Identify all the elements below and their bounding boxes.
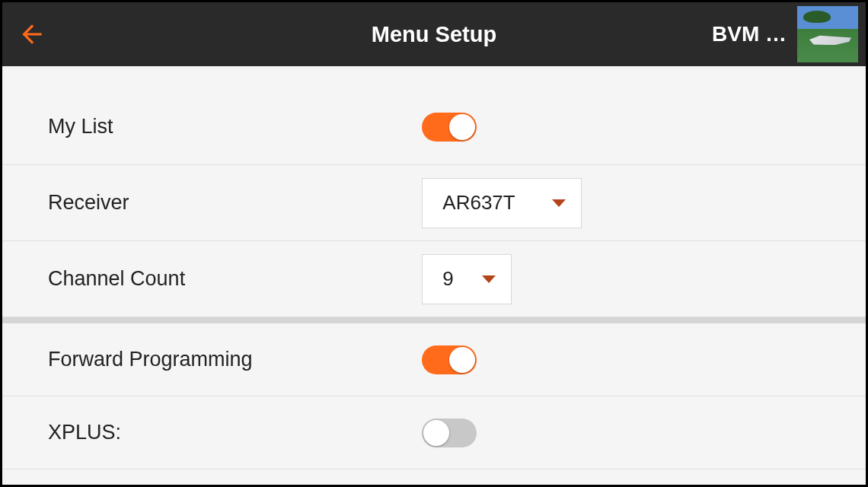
control-forward-programming: [395, 345, 820, 374]
back-arrow-icon: [18, 20, 46, 49]
toggle-knob-icon: [423, 420, 449, 446]
header-bar: Menu Setup BVM …: [2, 2, 866, 66]
control-receiver: AR637T: [395, 178, 820, 228]
chevron-down-icon: [482, 275, 496, 283]
page-title: Menu Setup: [372, 22, 496, 47]
chevron-down-icon: [552, 199, 566, 207]
row-receiver: Receiver AR637T: [2, 165, 866, 241]
header-model-area: BVM …: [712, 6, 858, 62]
dropdown-channel-count-value: 9: [442, 267, 453, 291]
row-forward-programming: Forward Programming: [2, 323, 866, 396]
dropdown-receiver-value: AR637T: [442, 191, 515, 215]
row-channel-count: Channel Count 9: [2, 241, 866, 317]
label-forward-programming: Forward Programming: [48, 348, 395, 371]
row-xplus: XPLUS:: [2, 396, 866, 469]
section-divider: [2, 317, 866, 323]
model-name-label[interactable]: BVM …: [712, 22, 787, 46]
app-window: Menu Setup BVM … My List Receiver AR637T: [0, 0, 868, 487]
control-channel-count: 9: [395, 254, 820, 304]
row-my-list: My List: [2, 89, 866, 165]
toggle-knob-icon: [449, 347, 475, 373]
label-xplus: XPLUS:: [48, 421, 395, 444]
label-my-list: My List: [48, 115, 395, 138]
model-thumbnail-image[interactable]: [797, 6, 858, 62]
dropdown-receiver[interactable]: AR637T: [422, 178, 582, 228]
settings-content: My List Receiver AR637T Channel Count 9: [2, 66, 866, 485]
label-receiver: Receiver: [48, 191, 395, 215]
toggle-forward-programming[interactable]: [422, 345, 477, 374]
control-my-list: [395, 113, 820, 142]
dropdown-channel-count[interactable]: 9: [422, 254, 512, 304]
toggle-knob-icon: [449, 114, 475, 140]
control-xplus: [395, 419, 820, 447]
label-channel-count: Channel Count: [48, 267, 395, 291]
toggle-my-list[interactable]: [422, 113, 477, 142]
toggle-xplus[interactable]: [422, 419, 477, 447]
back-button[interactable]: [18, 20, 56, 49]
section-2: Forward Programming XPLUS:: [2, 323, 866, 469]
